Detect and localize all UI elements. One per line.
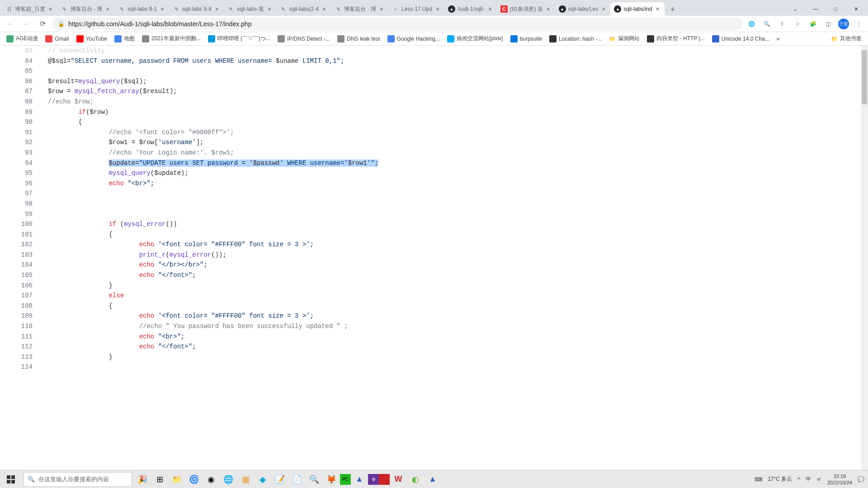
line-content[interactable]: echo '<font color= "#FFFF00" font size =… xyxy=(42,311,868,321)
start-button[interactable] xyxy=(0,470,22,488)
line-number[interactable]: 112 xyxy=(0,342,42,352)
chevron-down-icon[interactable]: ⌄ xyxy=(785,2,805,16)
line-number[interactable]: 93 xyxy=(0,148,42,158)
line-number[interactable]: 84 xyxy=(0,56,42,66)
code-line[interactable]: 99 xyxy=(0,209,868,220)
app-icon-purple[interactable]: ⚙ xyxy=(368,474,379,485)
line-content[interactable]: //echo 'Your Login name:'. $row1; xyxy=(42,148,868,158)
app-icon-cat[interactable]: ▲ xyxy=(424,470,441,488)
line-content[interactable]: //echo " You password has been successfu… xyxy=(42,321,868,332)
code-line[interactable]: 87$row = mysql_fetch_array($result); xyxy=(0,86,868,97)
translate-icon[interactable]: 🌐 xyxy=(746,19,757,29)
code-line[interactable]: 86$result=mysql_query($sql); xyxy=(0,76,868,87)
close-tab-icon[interactable]: × xyxy=(600,6,607,12)
line-number[interactable]: 108 xyxy=(0,301,42,311)
line-content[interactable] xyxy=(42,209,868,220)
line-content[interactable]: { xyxy=(42,230,868,240)
chrome-icon[interactable]: 🌐 xyxy=(220,470,237,488)
browser-tab[interactable]: ○Less-17 Upd× xyxy=(388,2,444,16)
line-number[interactable]: 100 xyxy=(0,219,42,230)
bookmark-item[interactable]: 哔哩哔哩 (￣▽￣)つ... xyxy=(205,33,273,44)
extensions-icon[interactable]: 🧩 xyxy=(807,19,818,29)
line-number[interactable]: 114 xyxy=(0,362,42,372)
bookmark-item[interactable]: Google Hacking... xyxy=(385,33,443,44)
tray-keyboard-icon[interactable]: ⌨ xyxy=(755,476,762,483)
code-line[interactable]: 85 xyxy=(0,66,868,76)
line-content[interactable] xyxy=(42,66,868,76)
line-content[interactable]: } xyxy=(42,281,868,291)
zoom-icon[interactable]: 🔍 xyxy=(761,19,772,29)
bookmark-item[interactable]: Location: hash -... xyxy=(547,33,604,44)
browser-tab[interactable]: ✎博客后台 - 博× xyxy=(57,2,115,16)
code-line[interactable]: 114 xyxy=(0,362,868,372)
line-content[interactable]: echo "</font>"; xyxy=(42,342,868,352)
profile-avatar[interactable]: 子安 xyxy=(838,19,849,29)
line-content[interactable]: $update="UPDATE users SET password = '$p… xyxy=(42,158,868,169)
emoji-app-icon[interactable]: 🎉 xyxy=(134,470,151,488)
line-content[interactable]: echo "<br>"; xyxy=(42,332,868,342)
close-tab-icon[interactable]: × xyxy=(47,6,54,12)
line-number[interactable]: 98 xyxy=(0,199,42,209)
code-line[interactable]: 112 echo "</font>"; xyxy=(0,342,868,352)
bookmark-item[interactable]: 地图 xyxy=(112,33,137,44)
line-content[interactable]: $row1 = $row['username']; xyxy=(42,137,868,148)
code-line[interactable]: 113 } xyxy=(0,352,868,362)
close-tab-icon[interactable]: × xyxy=(266,6,273,12)
line-content[interactable]: if($row) xyxy=(42,107,868,117)
line-number[interactable]: 86 xyxy=(0,76,42,87)
line-number[interactable]: 101 xyxy=(0,230,42,240)
code-line[interactable]: 105 echo "</font>"; xyxy=(0,270,868,281)
browser-tab[interactable]: ✎sqli-labs-笔× xyxy=(224,2,276,16)
bookmark-item[interactable]: burpsuite xyxy=(508,33,545,44)
close-tab-icon[interactable]: × xyxy=(159,6,165,12)
line-content[interactable]: //echo $row; xyxy=(42,97,868,107)
line-content[interactable]: @$sql="SELECT username, password FROM us… xyxy=(42,56,868,66)
line-number[interactable]: 87 xyxy=(0,86,42,97)
bookmark-star-icon[interactable]: ☆ xyxy=(792,19,803,29)
line-content[interactable] xyxy=(42,362,868,372)
line-number[interactable]: 102 xyxy=(0,239,42,250)
edge-icon[interactable]: 🌀 xyxy=(185,470,203,488)
code-line[interactable]: 102 echo '<font color= "#FFFF00" font si… xyxy=(0,239,868,250)
app-icon-2[interactable]: ◆ xyxy=(254,470,271,488)
browser-tab[interactable]: 百博客园_百度× xyxy=(2,2,57,16)
clock[interactable]: 22:19 2022/10/24 xyxy=(827,473,852,486)
close-tab-icon[interactable]: × xyxy=(378,6,385,12)
line-number[interactable]: 95 xyxy=(0,168,42,178)
code-line[interactable]: 108 { xyxy=(0,301,868,311)
line-number[interactable]: 89 xyxy=(0,107,42,117)
bookmark-item[interactable]: DNS leak test xyxy=(335,33,382,44)
weather-widget[interactable]: 17°C 多云 xyxy=(768,475,792,483)
back-button[interactable]: ← xyxy=(4,18,16,30)
bookmark-item[interactable]: 2021年最新中国翻... xyxy=(139,33,203,44)
code-line[interactable]: 97 xyxy=(0,188,868,199)
line-number[interactable]: 107 xyxy=(0,291,42,301)
code-line[interactable]: 88//echo $row; xyxy=(0,97,868,107)
line-content[interactable]: else xyxy=(42,291,868,301)
line-content[interactable]: // connectivity xyxy=(42,46,868,56)
tray-chevron-icon[interactable]: ^ xyxy=(797,476,800,483)
line-content[interactable]: //echo '<font color= "#0000ff">'; xyxy=(42,127,868,138)
side-panel-icon[interactable]: ◫ xyxy=(823,19,834,29)
code-line[interactable]: 89 if($row) xyxy=(0,107,868,117)
bookmark-item[interactable]: 📁漏洞网站 xyxy=(606,33,642,44)
close-tab-icon[interactable]: × xyxy=(545,6,552,12)
close-tab-icon[interactable]: × xyxy=(214,6,220,12)
browser-tab[interactable]: ♠sqli-labs/ind× xyxy=(610,2,664,16)
close-tab-icon[interactable]: × xyxy=(321,6,327,12)
line-number[interactable]: 96 xyxy=(0,178,42,189)
code-line[interactable]: 110 //echo " You password has been succe… xyxy=(0,321,868,332)
line-number[interactable]: 106 xyxy=(0,281,42,291)
code-line[interactable]: 96 echo "<br>"; xyxy=(0,178,868,189)
bookmark-item[interactable]: AGE动漫 xyxy=(4,33,41,44)
line-number[interactable]: 104 xyxy=(0,260,42,270)
ime-indicator[interactable]: 中 xyxy=(806,475,811,483)
maximize-icon[interactable]: □ xyxy=(826,2,846,16)
firefox-icon[interactable]: 🦊 xyxy=(323,470,340,488)
notification-icon[interactable]: 💬 xyxy=(858,476,864,483)
browser-tab[interactable]: ♠Audi-1/sqli-× xyxy=(444,2,497,16)
browser-tab[interactable]: ✎sqli-labs 9-1× xyxy=(114,2,169,16)
line-content[interactable] xyxy=(42,199,868,209)
close-tab-icon[interactable]: × xyxy=(655,6,661,12)
scrollbar-thumb[interactable] xyxy=(862,50,867,104)
